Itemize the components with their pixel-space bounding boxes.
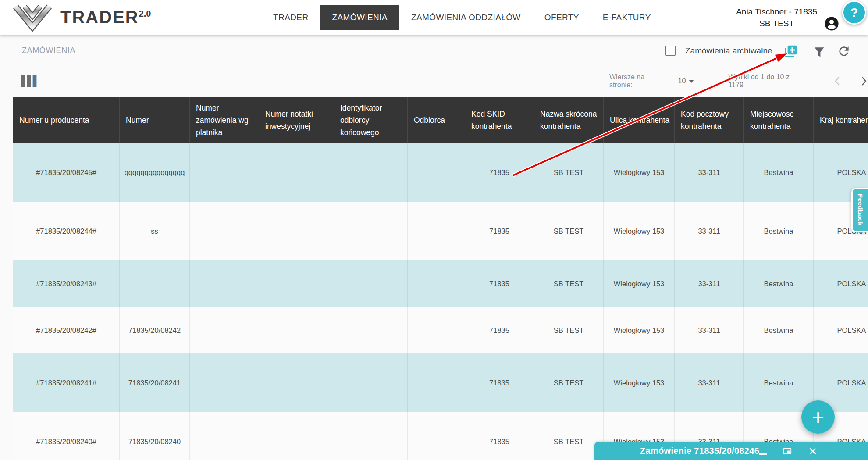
library-add-icon[interactable]	[784, 44, 798, 58]
table-cell: 33-311	[675, 307, 744, 353]
add-order-button[interactable]: +	[801, 400, 835, 434]
column-header[interactable]: Miejscowosc kontrahenta	[744, 97, 814, 143]
user-org: SB TEST	[736, 18, 817, 29]
table-cell	[190, 143, 259, 202]
table-cell	[334, 412, 408, 460]
table-row[interactable]: #71835/20/08243#71835SB TESTWielogłowy 1…	[13, 260, 868, 307]
table-cell	[259, 353, 334, 412]
help-icon: ?	[850, 5, 858, 20]
table-cell	[408, 353, 465, 412]
column-header[interactable]: Ulica kontrahenta	[604, 97, 675, 143]
table-cell	[259, 307, 334, 353]
table-cell	[259, 202, 334, 260]
column-header[interactable]: Kod SKID kontrahenta	[465, 97, 534, 143]
table-cell: Bestwina	[744, 353, 814, 412]
table-cell	[190, 412, 259, 460]
tab-trader[interactable]: TRADER	[261, 5, 320, 30]
filter-icon[interactable]	[812, 45, 826, 59]
table-cell	[408, 260, 465, 307]
refresh-icon[interactable]	[837, 44, 851, 58]
next-page-button[interactable]	[859, 76, 868, 86]
restore-window-icon[interactable]	[783, 446, 792, 456]
table-cell: #71835/20/08244#	[13, 202, 120, 260]
minimize-icon[interactable]	[759, 453, 767, 455]
column-header[interactable]: Numer	[120, 97, 190, 143]
table-cell	[334, 353, 408, 412]
column-header[interactable]: Numer notatki inwestycyjnej	[259, 97, 334, 143]
table-cell: Wielogłowy 153	[604, 307, 675, 353]
tab-e-faktury[interactable]: E-FAKTURY	[591, 5, 663, 30]
column-header[interactable]: Numer u producenta	[13, 97, 120, 143]
plus-icon: +	[812, 405, 824, 429]
user-info: Ania Tischner - 71835 SB TEST	[736, 6, 817, 29]
table-row[interactable]: #71835/20/08241#71835/20/0824171835SB TE…	[13, 353, 868, 412]
table-cell: SB TEST	[534, 143, 604, 202]
main-nav-tabs: TRADERZAMÓWIENIAZAMÓWIENIA ODDZIAŁÓWOFER…	[261, 5, 663, 30]
table-cell	[334, 202, 408, 260]
table-cell	[259, 143, 334, 202]
table-row[interactable]: #71835/20/08242#71835/20/0824271835SB TE…	[13, 307, 868, 353]
help-button[interactable]: ?	[842, 0, 866, 25]
column-header[interactable]: Nazwa skrócona kontrahenta	[534, 97, 604, 143]
tab-zam-wienia-oddzia-w[interactable]: ZAMÓWIENIA ODDZIAŁÓW	[399, 5, 533, 30]
orders-table: Numer u producentaNumerNumer zamówienia …	[13, 97, 868, 460]
feedback-tab[interactable]: Feedback	[851, 188, 868, 232]
table-cell	[408, 143, 465, 202]
table-cell: SB TEST	[534, 307, 604, 353]
top-nav-bar: TRADER2.0 TRADERZAMÓWIENIAZAMÓWIENIA ODD…	[0, 0, 868, 35]
table-cell	[259, 412, 334, 460]
table-row[interactable]: #71835/20/08244#ss71835SB TESTWielogłowy…	[13, 202, 868, 260]
table-cell: #71835/20/08241#	[13, 353, 120, 412]
account-avatar-icon[interactable]	[824, 16, 839, 31]
table-body: #71835/20/08245#qqqqqqqqqqqqqqq71835SB T…	[13, 143, 868, 460]
table-row[interactable]: #71835/20/08245#qqqqqqqqqqqqqqq71835SB T…	[13, 143, 868, 202]
table-cell	[408, 202, 465, 260]
table-cell: SB TEST	[534, 202, 604, 260]
minimized-order-window[interactable]: Zamówienie 71835/20/08246	[594, 442, 868, 460]
table-cell: 71835	[465, 202, 534, 260]
table-cell	[334, 260, 408, 307]
results-range-text: Wyniki od 1 do 10 z 1179	[728, 73, 805, 89]
table-cell: ss	[120, 202, 190, 260]
table-cell: 71835/20/08242	[120, 307, 190, 353]
table-cell	[259, 260, 334, 307]
table-cell: 71835	[465, 307, 534, 353]
table-cell: 71835	[465, 412, 534, 460]
rows-per-page-select[interactable]: 10	[678, 77, 694, 85]
tab-zam-wienia[interactable]: ZAMÓWIENIA	[320, 5, 399, 30]
app-title: TRADER2.0	[60, 7, 151, 27]
table-cell: Bestwina	[744, 260, 814, 307]
tab-oferty[interactable]: OFERTY	[533, 5, 591, 30]
table-cell	[408, 307, 465, 353]
table-cell: #71835/20/08240#	[13, 412, 120, 460]
table-cell	[334, 143, 408, 202]
previous-page-button[interactable]	[833, 76, 842, 86]
archive-checkbox-label: Zamówienia archiwalne	[685, 46, 772, 56]
table-cell: Wielogłowy 153	[604, 202, 675, 260]
table-cell: 71835	[465, 260, 534, 307]
archive-checkbox[interactable]	[665, 46, 676, 56]
table-cell: #71835/20/08245#	[13, 143, 120, 202]
column-header[interactable]: Odbiorca	[408, 97, 465, 143]
column-header[interactable]: Kraj kontrahenta	[814, 97, 868, 143]
table-cell: qqqqqqqqqqqqqqq	[120, 143, 190, 202]
breadcrumb: ZAMÓWIENIA	[22, 46, 75, 55]
table-cell: SB TEST	[534, 260, 604, 307]
chevron-down-icon	[689, 80, 694, 83]
table-cell: 71835	[465, 143, 534, 202]
table-cell	[190, 260, 259, 307]
close-icon[interactable]	[808, 446, 818, 456]
table-cell: Bestwina	[744, 307, 814, 353]
table-cell: 71835	[465, 353, 534, 412]
column-header[interactable]: Numer zamówienia wg platnika	[190, 97, 259, 143]
column-header[interactable]: Kod pocztowy kontrahenta	[675, 97, 744, 143]
column-header[interactable]: Identyfikator odbiorcy końcowego	[334, 97, 408, 143]
table-cell	[190, 307, 259, 353]
minimized-window-title: Zamówienie 71835/20/08246	[640, 446, 759, 456]
table-cell: SB TEST	[534, 412, 604, 460]
table-header-row: Numer u producentaNumerNumer zamówienia …	[13, 97, 868, 143]
table-cell: 33-311	[675, 353, 744, 412]
column-settings-button[interactable]	[21, 75, 37, 87]
table-cell: Bestwina	[744, 202, 814, 260]
user-name: Ania Tischner - 71835	[736, 6, 817, 18]
